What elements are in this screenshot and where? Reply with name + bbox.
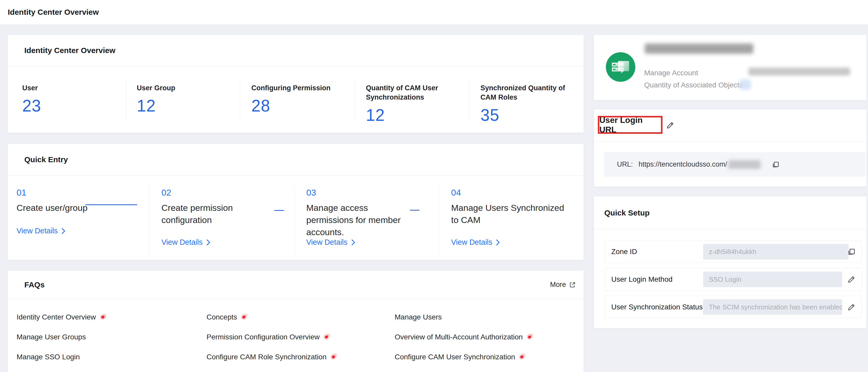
faq-link-label: Manage Users <box>395 313 442 321</box>
faq-link[interactable]: Manage User Groups <box>17 332 207 342</box>
stat-label: User <box>22 83 110 93</box>
faq-link-label: Identity Center Overview <box>17 313 96 321</box>
view-details-label: View Details <box>306 238 347 247</box>
stat-value: 12 <box>366 105 469 125</box>
stat-user: User 23 <box>8 66 125 133</box>
redacted-account-id <box>748 67 850 75</box>
stat-user-group: User Group 12 <box>125 66 240 133</box>
quick-entry-step-3: 03 Manage access permissions for member … <box>294 176 439 260</box>
quick-entry-card: Quick Entry 01 Create user/group View De… <box>8 144 584 260</box>
stat-label: Configuring Permission <box>251 83 339 93</box>
decorative-line <box>274 210 284 211</box>
identity-center-overview-page: Identity Center Overview Identity Center… <box>0 0 868 372</box>
step-number: 04 <box>451 188 584 198</box>
faq-link[interactable]: Configure CAM Role Synchronization <box>207 352 395 362</box>
copy-icon <box>847 247 856 256</box>
hot-flame-icon <box>526 333 533 341</box>
copy-zone-id-button[interactable] <box>847 247 856 256</box>
faq-link-label: Configure CAM User Synchronization <box>395 353 515 361</box>
step-number: 02 <box>161 188 294 198</box>
quick-setup-title: Quick Setup <box>604 209 650 217</box>
step-number: 01 <box>17 188 149 198</box>
quick-entry-step-1: 01 Create user/group View Details <box>8 176 149 260</box>
faq-link-label: Overview of Multi-Account Authorization <box>395 333 523 341</box>
user-sync-status-row: User Synchronization Status The SCIM syn… <box>605 296 862 318</box>
more-label: More <box>550 281 566 289</box>
stat-value: 28 <box>251 96 354 115</box>
quick-entry-step-2: 02 Create permission configuration View … <box>149 176 294 260</box>
faq-links-grid: Identity Center Overview Concepts Manage… <box>8 299 584 372</box>
step-title: Manage access permissions for member acc… <box>306 202 415 238</box>
faqs-card: FAQs More Identity Center Overview Conce… <box>8 271 584 372</box>
stat-label: Synchronized Quantity of CAM Roles <box>480 83 568 102</box>
view-details-link-3[interactable]: View Details <box>306 238 356 247</box>
faq-link[interactable]: Permission Configuration Overview <box>207 332 395 342</box>
url-label: URL: <box>617 160 633 168</box>
stat-label: Quantity of CAM User Synchronizations <box>366 83 454 102</box>
view-details-label: View Details <box>161 238 203 247</box>
external-link-icon <box>569 281 576 288</box>
chevron-right-icon <box>495 239 500 246</box>
edit-login-url-button[interactable] <box>666 121 675 130</box>
quick-entry-items: 01 Create user/group View Details 02 Cre… <box>8 176 584 260</box>
faq-link[interactable]: Identity Center Overview <box>17 312 207 322</box>
view-details-link-2[interactable]: View Details <box>161 238 211 247</box>
account-card: Manage Account Quantity of Associated Ob… <box>594 35 866 100</box>
user-sync-status-label: User Synchronization Status <box>611 303 703 311</box>
faq-link[interactable]: Configure CAM User Synchronization <box>395 352 584 362</box>
view-details-label: View Details <box>451 238 492 247</box>
user-login-method-value: SSO Login <box>703 272 842 287</box>
chevron-right-icon <box>61 228 66 234</box>
quick-setup-header: Quick Setup <box>594 196 866 229</box>
login-url-value: https://tencentcloudsso.com/ <box>639 160 727 168</box>
overview-card-title: Identity Center Overview <box>24 46 116 55</box>
view-details-link-4[interactable]: View Details <box>451 238 500 247</box>
faq-link[interactable]: Concepts <box>207 312 395 322</box>
view-details-label: View Details <box>17 227 58 235</box>
faqs-more-link[interactable]: More <box>550 271 576 299</box>
stat-configuring-permission: Configuring Permission 28 <box>240 66 354 133</box>
view-details-link-1[interactable]: View Details <box>17 227 66 235</box>
overview-card-header: Identity Center Overview <box>8 35 584 66</box>
associated-objects-count-badge[interactable] <box>739 80 751 90</box>
user-login-url-card: User Login URL URL: https://tencentcloud… <box>594 110 866 187</box>
quick-entry-step-4: 04 Manage Users Synchronized to CAM View… <box>439 176 584 260</box>
faq-link[interactable]: Manage SSO Login <box>17 352 207 362</box>
pencil-icon <box>847 303 856 311</box>
faq-link[interactable]: Manage Users <box>395 312 584 322</box>
hot-flame-icon <box>323 333 330 341</box>
redacted-account-name <box>645 43 753 54</box>
top-bar: Identity Center Overview <box>0 0 868 24</box>
quick-setup-card: Quick Setup Zone ID z-dh5i84h4ukkh User … <box>594 196 866 328</box>
divider <box>594 141 866 142</box>
user-login-method-row: User Login Method SSO Login <box>605 268 862 290</box>
faq-link[interactable]: Overview of Multi-Account Authorization <box>395 332 584 342</box>
copy-url-button[interactable] <box>772 160 780 169</box>
edit-sync-status-button[interactable] <box>847 303 856 311</box>
faq-link-label: Concepts <box>207 313 237 321</box>
quick-entry-title: Quick Entry <box>24 155 68 164</box>
stat-cam-user-syncs: Quantity of CAM User Synchronizations 12 <box>354 66 469 133</box>
redacted-url-suffix <box>728 160 761 169</box>
user-login-method-label: User Login Method <box>611 275 673 283</box>
associated-objects-label: Quantity of Associated Objects <box>644 81 743 89</box>
copy-icon <box>772 160 780 169</box>
faq-link-label: Configure CAM Role Synchronization <box>207 353 327 361</box>
stat-value: 12 <box>137 96 240 115</box>
organization-icon <box>606 52 636 82</box>
faq-link-label: Manage SSO Login <box>17 353 80 361</box>
quick-setup-rows: Zone ID z-dh5i84h4ukkh User Login Method… <box>605 240 862 318</box>
chevron-right-icon <box>351 239 356 246</box>
faq-link-label: Permission Configuration Overview <box>207 333 320 341</box>
manage-account-label: Manage Account <box>644 69 698 77</box>
stat-value: 35 <box>480 105 584 125</box>
zone-id-label: Zone ID <box>611 248 637 256</box>
stat-cam-roles-synced: Synchronized Quantity of CAM Roles 35 <box>469 66 584 133</box>
step-title: Create permission configuration <box>161 202 260 226</box>
step-title: Create user/group <box>17 202 149 214</box>
edit-login-method-button[interactable] <box>847 275 856 284</box>
page-title: Identity Center Overview <box>8 8 99 17</box>
step-title: Manage Users Synchronized to CAM <box>451 202 570 226</box>
user-sync-status-value: The SCIM synchronization has been enable… <box>703 299 842 315</box>
annotation-red-box: User Login URL <box>598 116 662 134</box>
